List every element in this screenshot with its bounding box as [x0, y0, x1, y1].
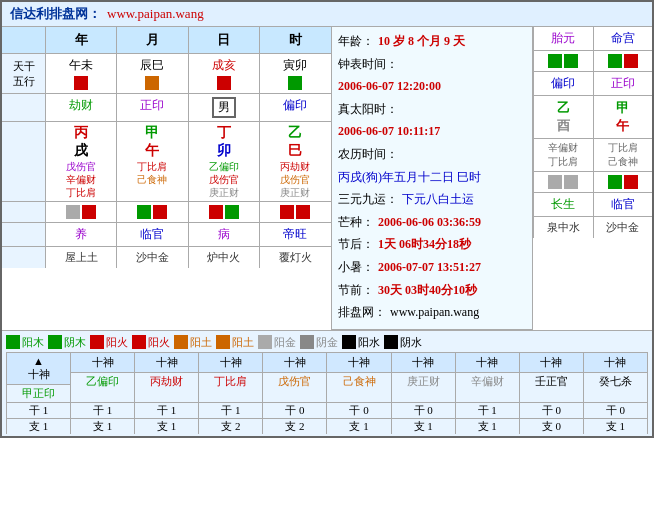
tymg-sub-mingguan: 丁比肩己食神: [593, 139, 653, 172]
bazi-chart: 年 月 日 时 天干 五行 午未 辰巳: [2, 27, 332, 330]
ny-year: [46, 202, 117, 222]
wx-col-2: 十神 乙偏印: [71, 353, 135, 403]
taiyuan-header: 胎元: [533, 27, 593, 51]
wuxing-labels-row: 阳木 阴木 阳火 阳火 阳土 阳土: [6, 335, 648, 350]
tg-day: 成亥: [189, 54, 260, 93]
nt-hour: 覆灯火: [260, 247, 331, 268]
tg-month: 辰巳: [117, 54, 188, 93]
wx-col-9: 十神 壬正官: [520, 353, 584, 403]
tymg-shishen: 偏印 正印: [533, 72, 652, 96]
tg-month-sq: [145, 76, 159, 90]
col-header-hour: 时: [260, 27, 331, 53]
main-area: 年 月 日 时 天干 五行 午未 辰巳: [2, 27, 652, 330]
tymg-nayin-colors: [533, 51, 652, 72]
wx-col-header-1: ▲十神 甲正印: [7, 353, 71, 403]
nayin-text-row: 屋上土 沙中金 炉中火 覆灯火: [2, 247, 331, 268]
tiangan-label: 天干 五行: [2, 54, 46, 93]
nayin-colors-row: [2, 202, 331, 223]
wx-zhi-7: 支 1: [392, 419, 456, 434]
solar-val-row: 2006-06-07 10:11:17: [338, 121, 526, 143]
wx-col-3: 十神 丙劫财: [135, 353, 199, 403]
sy-month: 临官: [117, 223, 188, 246]
lunar-val-row: 丙戌(狗)年五月十二日 巳时: [338, 167, 526, 189]
sy-year: 养: [46, 223, 117, 246]
clock-row: 钟表时间：: [338, 54, 526, 76]
tg-year: 午未: [46, 54, 117, 93]
shishen-label: [2, 94, 46, 121]
tymg-headers: 胎元 命宫: [533, 27, 652, 51]
shiyun-row: 养 临官 病 帝旺: [2, 223, 331, 247]
ss-hour: 偏印: [260, 94, 331, 121]
xiaoshu-row: 小暑： 2006-07-07 13:51:27: [338, 257, 526, 279]
tymg-nc-taiyuan: [533, 51, 593, 72]
age-row: 年龄： 10 岁 8 个月 9 天: [338, 31, 526, 53]
header: 信达利排盘网： www.paipan.wang: [2, 2, 652, 27]
tymg-chang-mingguan: 临官: [593, 193, 653, 217]
wx-yangjin: 阳金: [258, 335, 296, 350]
nt-year: 屋上土: [46, 247, 117, 268]
wx-zhi-5: 支 2: [263, 419, 327, 434]
tymg-nc2-mingguan: [593, 172, 653, 193]
info-panel: 年龄： 10 岁 8 个月 9 天 钟表时间： 2006-06-07 12:20…: [332, 27, 532, 330]
wx-gan-2: 干 1: [71, 403, 135, 419]
wx-yinmu: 阴木: [48, 335, 86, 350]
ss-day: 男: [189, 94, 260, 121]
wx-gan-9: 干 0: [520, 403, 584, 419]
right-panel: 年龄： 10 岁 8 个月 9 天 钟表时间： 2006-06-07 12:20…: [332, 27, 652, 330]
tg-hour: 寅卯: [260, 54, 331, 93]
col-header-month: 月: [117, 27, 188, 53]
col-headers-row: 年 月 日 时: [2, 27, 331, 54]
tymg-sub-taiyuan: 辛偏财丁比肩: [533, 139, 593, 172]
site-url[interactable]: www.paipan.wang: [107, 6, 204, 22]
lunar-row: 农历时间：: [338, 144, 526, 166]
wx-zhi-3: 支 1: [135, 419, 199, 434]
tg-year-sq: [74, 76, 88, 90]
wx-col-6: 十神 己食神: [327, 353, 391, 403]
wx-gan-6: 干 0: [327, 403, 391, 419]
wx-yangtu: 阳土: [174, 335, 212, 350]
sy-hour: 帝旺: [260, 223, 331, 246]
gz-month: 甲午 丁比肩 己食神: [117, 122, 188, 201]
wx-col-10: 十神 癸七杀: [584, 353, 648, 403]
gz-hour: 乙巳 丙劫财 戊伤官 庚正财: [260, 122, 331, 201]
tymg-nayin-text: 泉中水 沙中金: [533, 217, 652, 238]
taiyuan-mingguan-panel: 胎元 命宫: [532, 27, 652, 330]
wx-zhi-6: 支 1: [327, 419, 391, 434]
tymg-nc2-taiyuan: [533, 172, 593, 193]
ny-day: [189, 202, 260, 222]
jieqian-row: 节前： 30天 03时40分10秒: [338, 280, 526, 302]
tymg-nc-mingguan: [593, 51, 653, 72]
ny-month: [117, 202, 188, 222]
ss-year: 劫财: [46, 94, 117, 121]
col-header-label: [2, 27, 46, 53]
wx-yangtu2: 阳土: [216, 335, 254, 350]
wx-gan-7: 干 0: [392, 403, 456, 419]
tymg-ss-mingguan: 正印: [593, 72, 653, 96]
tymg-chang-taiyuan: 长生: [533, 193, 593, 217]
ss-month: 正印: [117, 94, 188, 121]
tymg-nayin-colors2: [533, 172, 652, 193]
main-container: 信达利排盘网： www.paipan.wang 年 月 日 时 天干 五行 午未: [0, 0, 654, 438]
wx-zhi-2: 支 1: [71, 419, 135, 434]
col-header-year: 年: [46, 27, 117, 53]
gz-day: 丁卯 乙偏印 戊伤官 庚正财: [189, 122, 260, 201]
wx-yanghuo: 阳火: [90, 335, 128, 350]
mangzhong-row: 芒种： 2006-06-06 03:36:59: [338, 212, 526, 234]
tymg-changs: 长生 临官: [533, 193, 652, 217]
jiehou-row: 节后： 1天 06时34分18秒: [338, 234, 526, 256]
wx-yinshui: 阴水: [384, 335, 422, 350]
right-split: 年龄： 10 岁 8 个月 9 天 钟表时间： 2006-06-07 12:20…: [332, 27, 652, 330]
tymg-nt-taiyuan: 泉中水: [533, 217, 593, 238]
wuxing-bar: 阳木 阴木 阳火 阳火 阳土 阳土: [2, 330, 652, 436]
wx-zhi-9: 支 0: [520, 419, 584, 434]
mingguan-header: 命宫: [593, 27, 653, 51]
wx-zhi-8: 支 1: [456, 419, 520, 434]
tymg-nt-mingguan: 沙中金: [593, 217, 653, 238]
wx-col-5: 十神 戊伤官: [263, 353, 327, 403]
clock-val-row: 2006-06-07 12:20:00: [338, 76, 526, 98]
tymg-sub: 辛偏财丁比肩 丁比肩己食神: [533, 139, 652, 172]
nayin-color-label: [2, 202, 46, 222]
wx-zhi-1: 支 1: [7, 419, 71, 434]
wx-gan-1: 干 1: [7, 403, 71, 419]
shiyun-label: [2, 223, 46, 246]
